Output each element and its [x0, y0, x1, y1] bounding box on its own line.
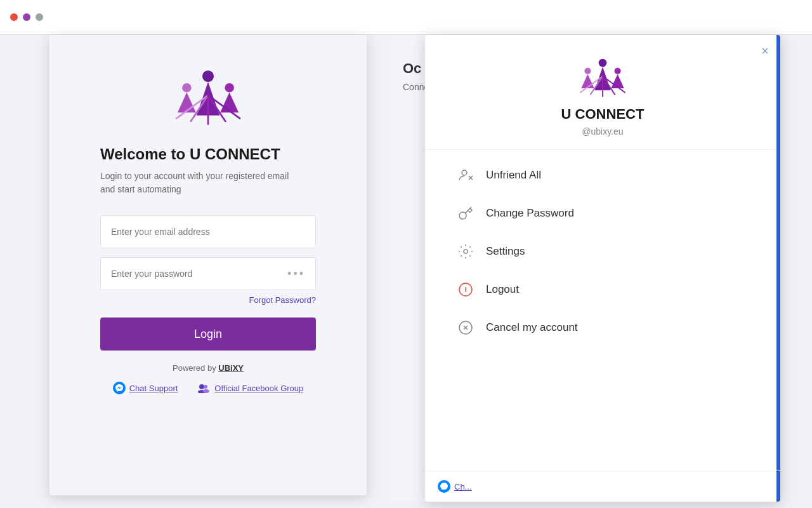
panel-logo — [571, 54, 634, 98]
panel-email: @ubixy.eu — [582, 126, 623, 137]
svg-point-17 — [584, 68, 591, 74]
footer-links: Chat Support Official Facebook Group — [113, 382, 304, 394]
panel-messenger-icon — [438, 480, 450, 493]
account-menu-list: Unfriend All Change Password Settings — [425, 150, 780, 353]
logo-container — [157, 60, 259, 130]
svg-marker-18 — [581, 74, 594, 88]
svg-point-2 — [182, 83, 192, 93]
powered-by: Powered by UBiXY — [173, 363, 244, 373]
panel-footer: Ch... — [425, 471, 780, 502]
fb-group-label: Official Facebook Group — [214, 384, 303, 393]
forgot-password-link[interactable]: Forgot Password? — [249, 295, 317, 305]
close-button[interactable]: × — [761, 44, 769, 58]
logout-icon — [457, 281, 475, 298]
change-password-label: Change Password — [486, 207, 574, 220]
email-input[interactable] — [111, 227, 305, 237]
fb-group-link[interactable]: Official Facebook Group — [197, 383, 303, 393]
menu-item-unfriend-all[interactable]: Unfriend All — [425, 156, 780, 194]
unfriend-all-icon — [457, 166, 475, 184]
menu-item-settings[interactable]: Settings — [425, 232, 780, 271]
blue-strip — [776, 35, 780, 502]
svg-point-15 — [599, 59, 607, 67]
behind-subtitle: Conne — [403, 82, 428, 92]
email-input-wrapper[interactable] — [100, 215, 316, 248]
login-panel: Welcome to U CONNECT Login to your accou… — [49, 35, 367, 495]
cancel-account-label: Cancel my account — [486, 321, 578, 334]
chat-support-label: Chat Support — [129, 384, 178, 393]
uconnect-logo — [160, 64, 256, 127]
svg-marker-3 — [178, 92, 196, 112]
dot-purple — [23, 13, 30, 21]
password-input-wrapper[interactable]: ••• — [100, 257, 316, 290]
fb-group-icon — [197, 383, 211, 393]
svg-marker-5 — [220, 92, 239, 112]
welcome-title: Welcome to U CONNECT — [100, 145, 280, 163]
logout-label: Logout — [486, 283, 519, 296]
password-visibility-toggle[interactable]: ••• — [287, 267, 305, 281]
unfriend-all-label: Unfriend All — [486, 169, 541, 182]
cancel-account-icon — [457, 319, 475, 337]
top-bar — [0, 0, 812, 35]
svg-point-14 — [203, 389, 209, 393]
svg-point-29 — [464, 250, 468, 253]
panel-messenger-svg — [440, 483, 448, 490]
messenger-icon — [113, 382, 126, 394]
svg-point-26 — [462, 170, 467, 175]
svg-point-12 — [204, 385, 207, 389]
svg-point-4 — [225, 83, 234, 93]
panel-chat-support-link[interactable]: Ch... — [438, 480, 471, 493]
settings-label: Settings — [486, 245, 525, 258]
menu-item-cancel-account[interactable]: Cancel my account — [425, 309, 780, 347]
menu-item-logout[interactable]: Logout — [425, 271, 780, 309]
settings-icon — [457, 243, 475, 260]
messenger-svg — [115, 384, 123, 392]
panel-chat-label: Ch... — [454, 482, 471, 491]
behind-title: Oc — [403, 60, 428, 77]
svg-marker-20 — [611, 74, 624, 88]
welcome-subtitle: Login to your account with your register… — [100, 170, 289, 196]
menu-item-change-password[interactable]: Change Password — [425, 194, 780, 232]
ubixy-link[interactable]: UBiXY — [218, 363, 244, 373]
dot-gray — [36, 13, 43, 21]
account-panel: × U CONNECT @ubixy.eu — [425, 35, 780, 502]
change-password-icon — [457, 204, 475, 222]
chat-support-link[interactable]: Chat Support — [113, 382, 178, 394]
svg-point-19 — [614, 68, 620, 74]
panel-header: U CONNECT @ubixy.eu — [425, 35, 780, 150]
password-input[interactable] — [111, 269, 287, 279]
svg-point-11 — [199, 384, 204, 389]
login-button[interactable]: Login — [100, 318, 316, 351]
dot-red — [10, 13, 18, 21]
svg-point-0 — [202, 70, 214, 82]
panel-app-name: U CONNECT — [561, 106, 645, 123]
